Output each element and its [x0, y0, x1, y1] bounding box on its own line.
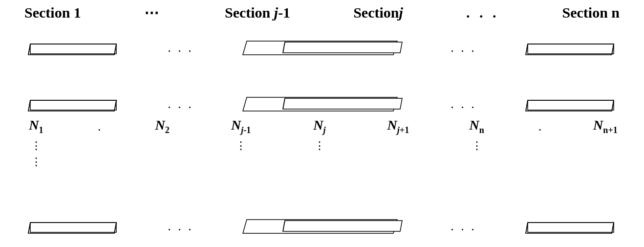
header-dots-2: . . .	[466, 4, 499, 21]
beam-2-row1	[239, 39, 405, 57]
node-N1-dots: ⋮⋮	[31, 137, 42, 170]
node-Nn: Nn	[470, 117, 484, 135]
node-Nj1-dots: ⋮	[236, 137, 246, 154]
svg-marker-16	[283, 98, 402, 109]
beam-2-row3	[239, 218, 405, 235]
node-dots-1: .	[98, 119, 101, 134]
beam-dots-1-row3: . . .	[168, 219, 193, 234]
svg-marker-7	[528, 44, 614, 54]
beam-1-row3	[24, 219, 122, 234]
section-j-label: Sectionj	[353, 4, 403, 21]
svg-marker-29	[528, 223, 614, 232]
beam-dots-2-row1: . . .	[451, 41, 476, 55]
section-1-label: Section 1	[24, 4, 81, 21]
beam-dots-1-row1: . . .	[168, 41, 193, 55]
svg-marker-18	[528, 100, 614, 110]
beam-dots-2-row3: . . .	[451, 219, 476, 234]
diagram-container: Section 1 ⋯ Section j-1 Sectionj . . . S…	[0, 0, 644, 247]
svg-marker-22	[30, 223, 116, 232]
svg-marker-5	[283, 42, 402, 53]
node-Nj1plus: Nj+1	[387, 117, 409, 135]
header-dots-1: ⋯	[144, 4, 162, 21]
beam-2-row2	[239, 95, 405, 113]
beam-1-row2	[24, 96, 122, 112]
beam-3-row1	[522, 40, 620, 56]
beam-1-row1	[24, 40, 122, 56]
node-dots-2: .	[538, 119, 542, 134]
section-j1-label: Section j-1	[225, 4, 290, 21]
node-N1: N1	[29, 117, 43, 135]
svg-marker-27	[283, 221, 402, 231]
node-Nj1: Nj-1	[231, 117, 251, 135]
svg-marker-0	[30, 44, 116, 54]
node-Nn-dots: ⋮	[472, 137, 482, 154]
node-N2: N2	[155, 117, 170, 135]
svg-marker-11	[30, 100, 116, 110]
beam-dots-1-row2: . . .	[168, 97, 193, 112]
node-Nj-dots: ⋮	[314, 137, 325, 154]
node-Nj: Nj	[313, 117, 325, 135]
node-Nn1plus: Nn+1	[593, 117, 618, 135]
beam-3-row2	[522, 96, 620, 112]
beam-dots-2-row2: . . .	[451, 97, 476, 112]
section-n-label: Section n	[562, 4, 620, 21]
beam-3-row3	[522, 219, 620, 234]
